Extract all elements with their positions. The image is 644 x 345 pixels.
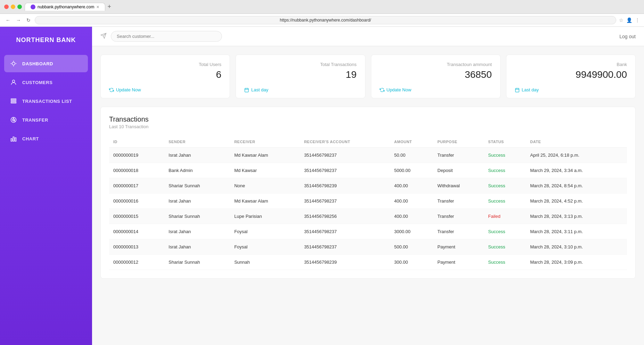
dashboard-icon <box>10 60 17 67</box>
cell-amount: 500.00 <box>390 239 434 255</box>
new-tab-button[interactable]: + <box>107 3 111 10</box>
cell-status: Success <box>484 224 526 239</box>
menu-icon[interactable]: ⋮ <box>635 17 640 23</box>
cell-receiver: Sunnah <box>230 255 300 270</box>
update-now-users[interactable]: Update Now <box>109 87 221 92</box>
sidebar-label-transactions: TRANSACTIONS LIST <box>22 99 72 104</box>
person-icon <box>10 79 17 86</box>
table-body: 0000000019 Israt Jahan Md Kawsar Alam 35… <box>109 148 627 270</box>
cell-purpose: Transfer <box>433 148 484 163</box>
cell-account: 3514456798237 <box>300 194 390 209</box>
traffic-lights <box>4 5 22 9</box>
cell-amount: 5000.00 <box>390 163 434 178</box>
nav-actions: ☆ 👤 ⋮ <box>619 17 640 23</box>
url-bar[interactable]: https://nubbank.pythonanywhere.com/dashb… <box>35 16 616 24</box>
sidebar-item-customers[interactable]: CUSTOMERS <box>4 74 88 91</box>
cell-account: 3514456798237 <box>300 148 390 163</box>
cell-account: 3514456798239 <box>300 255 390 270</box>
stat-value-transactions: 19 <box>244 69 356 80</box>
cell-date: March 28, 2024, 3:11 p.m. <box>526 224 627 239</box>
stat-label-users: Total Users <box>109 62 221 67</box>
cell-date: April 25, 2024, 6:18 p.m. <box>526 148 627 163</box>
col-amount: AMOUNT <box>390 136 434 148</box>
close-button[interactable] <box>4 5 9 9</box>
table-row: 0000000013 Israt Jahan Foysal 3514456798… <box>109 239 627 255</box>
cell-status: Success <box>484 239 526 255</box>
last-day-label-bank: Last day <box>522 87 539 92</box>
last-day-bank[interactable]: Last day <box>515 87 627 92</box>
sidebar-item-transfer[interactable]: TRANSFER <box>4 111 88 129</box>
profile-icon[interactable]: 👤 <box>626 17 632 23</box>
update-now-amount[interactable]: Update Now <box>380 87 492 92</box>
cell-receiver: Lupe Parisian <box>230 209 300 224</box>
last-day-transactions[interactable]: Last day <box>244 87 356 92</box>
cell-account: 3514456798256 <box>300 209 390 224</box>
cell-sender: Shariar Sunnah <box>164 178 230 194</box>
cell-sender: Israt Jahan <box>164 148 230 163</box>
table-row: 0000000016 Israt Jahan Md Kawsar Alam 35… <box>109 194 627 209</box>
update-now-label-users: Update Now <box>116 87 141 92</box>
stat-card-amount: Transactoun ammount 36850 Update Now <box>371 55 501 98</box>
sidebar: NORTHERN BANK DASHBOARD CUSTOMERS TRANSA… <box>0 27 92 345</box>
stat-label-bank: Bank <box>515 62 627 67</box>
cell-purpose: Transfer <box>433 224 484 239</box>
sidebar-item-transactions[interactable]: TRANSACTIONS LIST <box>4 92 88 110</box>
svg-rect-7 <box>11 139 12 141</box>
svg-rect-3 <box>11 100 16 101</box>
fullscreen-button[interactable] <box>17 5 22 9</box>
logout-button[interactable]: Log out <box>619 34 636 39</box>
tab-favicon <box>31 5 35 9</box>
cell-amount: 400.00 <box>390 178 434 194</box>
cell-receiver: Foysal <box>230 239 300 255</box>
svg-rect-16 <box>515 88 519 92</box>
cell-amount: 3000.00 <box>390 224 434 239</box>
cell-receiver: Md Kawsar Alam <box>230 148 300 163</box>
reload-button[interactable]: ↻ <box>25 17 32 24</box>
back-button[interactable]: ← <box>4 17 12 24</box>
chart-icon <box>10 135 17 142</box>
app-title: NORTHERN BANK <box>7 36 85 44</box>
tab-label: nubbank.pythonanywhere.com <box>38 5 94 9</box>
app-container: NORTHERN BANK DASHBOARD CUSTOMERS TRANSA… <box>0 27 644 345</box>
cell-receiver: Foysal <box>230 224 300 239</box>
active-tab[interactable]: nubbank.pythonanywhere.com ✕ <box>25 3 105 11</box>
transactions-title: Transactions <box>109 115 627 123</box>
svg-point-1 <box>13 80 15 82</box>
cell-status: Success <box>484 194 526 209</box>
bookmark-icon[interactable]: ☆ <box>619 17 624 23</box>
cell-date: March 28, 2024, 8:54 p.m. <box>526 178 627 194</box>
cell-account: 3514456798237 <box>300 163 390 178</box>
transfer-icon <box>10 116 17 124</box>
cell-purpose: Deposit <box>433 163 484 178</box>
sidebar-item-dashboard[interactable]: DASHBOARD <box>4 55 88 72</box>
cell-status: Success <box>484 255 526 270</box>
cell-amount: 300.00 <box>390 255 434 270</box>
svg-rect-2 <box>11 99 16 100</box>
cell-purpose: Payment <box>433 255 484 270</box>
stat-card-bank: Bank 9949900.00 Last day <box>506 55 636 98</box>
sidebar-logo: NORTHERN BANK <box>0 27 92 52</box>
search-input[interactable] <box>111 31 222 42</box>
table-head: ID SENDER RECEIVER RECEIVER'S ACCOUNT AM… <box>109 136 627 148</box>
col-receiver: RECEIVER <box>230 136 300 148</box>
cell-purpose: Transfer <box>433 209 484 224</box>
forward-button[interactable]: → <box>15 17 22 24</box>
cell-sender: Israt Jahan <box>164 224 230 239</box>
table-row: 0000000015 Shariar Sunnah Lupe Parisian … <box>109 209 627 224</box>
update-now-label-amount: Update Now <box>387 87 412 92</box>
table-row: 0000000019 Israt Jahan Md Kawsar Alam 35… <box>109 148 627 163</box>
topbar: Log out <box>92 27 644 46</box>
tab-close-button[interactable]: ✕ <box>96 5 99 9</box>
transactions-card: Transactions Last 10 Transaction ID SEND… <box>100 107 636 279</box>
sidebar-nav: DASHBOARD CUSTOMERS TRANSACTIONS LIST TR… <box>0 52 92 150</box>
send-icon <box>100 33 107 40</box>
sidebar-item-chart[interactable]: CHART <box>4 130 88 147</box>
cell-status: Success <box>484 148 526 163</box>
last-day-label-transactions: Last day <box>251 87 268 92</box>
cell-sender: Bank Admin <box>164 163 230 178</box>
minimize-button[interactable] <box>11 5 15 9</box>
cell-amount: 400.00 <box>390 209 434 224</box>
cell-amount: 400.00 <box>390 194 434 209</box>
transactions-table: ID SENDER RECEIVER RECEIVER'S ACCOUNT AM… <box>109 136 627 270</box>
cell-status: Success <box>484 178 526 194</box>
